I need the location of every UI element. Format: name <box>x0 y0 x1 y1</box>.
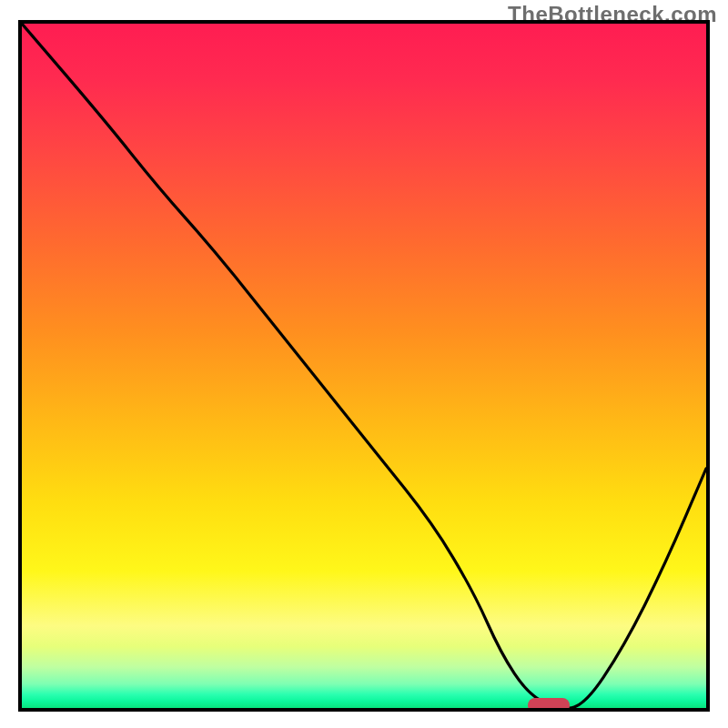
optimal-marker <box>528 698 569 712</box>
bottleneck-curve <box>22 24 706 708</box>
plot-area <box>18 20 710 712</box>
chart-canvas: TheBottleneck.com <box>0 0 728 728</box>
curve-layer <box>22 24 706 708</box>
